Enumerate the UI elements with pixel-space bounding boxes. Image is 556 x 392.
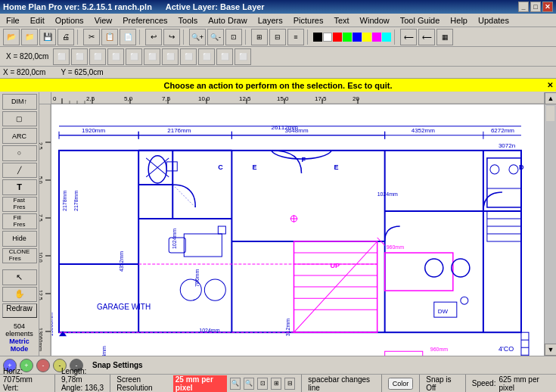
tb2-btn8[interactable]: ⬜ (180, 48, 197, 65)
snap-icon2[interactable]: ⊟ (284, 378, 295, 390)
status-bar: Horiz: 7075mm Vert: 6750mm Length: 9,78m… (0, 374, 556, 392)
tb-new[interactable]: 📂 (3, 29, 20, 45)
svg-text:E: E (334, 163, 339, 171)
svg-text:6272mm: 6272mm (491, 127, 514, 134)
redraw-button[interactable]: Redraw (2, 303, 37, 318)
menu-layers[interactable]: Layers (253, 15, 287, 26)
scroll-track[interactable] (545, 104, 556, 344)
status-close-button[interactable]: ✕ (547, 81, 553, 89)
tb-open[interactable]: 📁 (21, 29, 38, 45)
svg-text:2178mm: 2178mm (62, 191, 67, 211)
snap-icon[interactable]: ⊞ (271, 378, 281, 390)
svg-text:F: F (302, 156, 306, 163)
line-tool[interactable]: ╱ (2, 163, 37, 179)
menu-view[interactable]: View (90, 15, 117, 26)
floor-plan-svg: 1920mm 2176mm 3648mm 4352mm (51, 104, 544, 356)
elements-count: 504 elements Metric Mode (2, 321, 37, 354)
color-green[interactable] (343, 33, 352, 42)
menu-text[interactable]: Text (329, 15, 353, 26)
svg-text:10,0: 10,0 (198, 95, 210, 102)
tb-layer[interactable]: ≡ (287, 29, 304, 45)
color-blue[interactable] (353, 33, 362, 42)
menu-window[interactable]: Window (356, 15, 394, 26)
tb-redo[interactable]: ↪ (163, 29, 180, 45)
ruler-vertical: 0 2,5 5,0 7,5 10,0 12,5 13060mm (39, 104, 51, 356)
svg-text:7,5: 7,5 (39, 214, 43, 222)
tb-grid[interactable]: ⊟ (269, 29, 286, 45)
left-toolbar: DIM↑ ▢ ARC ○ ╱ T FastFres FillFres Hide … (0, 92, 39, 356)
text-tool[interactable]: T (2, 179, 37, 195)
minimize-button[interactable]: _ (518, 2, 529, 12)
arc-tool[interactable]: ARC (2, 128, 37, 144)
svg-text:12,5: 12,5 (239, 95, 251, 102)
right-scrollbar[interactable]: ▲ ▼ (544, 92, 556, 356)
speed-section: Speed: 625 mm per pixel (472, 375, 553, 392)
tb2-btn9[interactable]: ⬜ (198, 48, 215, 65)
tb-print[interactable]: 🖨 (57, 29, 74, 45)
menu-toolguide[interactable]: Tool Guide (396, 15, 445, 26)
tb-zoom-fit[interactable]: ⊡ (225, 29, 242, 45)
hide-tool[interactable]: Hide (2, 231, 37, 247)
zoom-mag3[interactable]: ⊡ (257, 378, 268, 390)
tb-extra2[interactable]: ▦ (436, 29, 453, 45)
svg-text:0: 0 (53, 95, 57, 102)
color-yellow[interactable] (362, 33, 371, 42)
tb2-btn2[interactable]: ⬜ (71, 48, 88, 65)
pointer-tool[interactable]: ↖ (2, 269, 37, 285)
separator3 (183, 30, 186, 45)
tb-snap[interactable]: ⊞ (251, 29, 268, 45)
color-magenta[interactable] (372, 33, 381, 42)
menu-help[interactable]: Help (446, 15, 472, 26)
tb2-btn1[interactable]: ⬜ (53, 48, 70, 65)
menu-edit[interactable]: Edit (26, 15, 49, 26)
menu-pictures[interactable]: Pictures (289, 15, 328, 26)
svg-text:5,0: 5,0 (124, 95, 133, 102)
close-button[interactable]: ✕ (542, 2, 553, 12)
zoom-mag1[interactable]: 🔍 (230, 378, 241, 390)
fill-tool[interactable]: FillFres (2, 213, 37, 229)
tb-undo[interactable]: ↩ (145, 29, 162, 45)
hand-tool[interactable]: ✋ (2, 287, 37, 303)
tb-save[interactable]: 💾 (39, 29, 56, 45)
resolution-value[interactable]: 25 mm per pixel (173, 375, 227, 392)
separator5 (307, 30, 310, 45)
select-tool[interactable]: ▢ (2, 111, 37, 127)
tb-cut[interactable]: ✂ (83, 29, 100, 45)
tb2-btn11[interactable]: ⬜ (235, 48, 251, 65)
color-cyan[interactable] (382, 33, 391, 42)
dim-tool[interactable]: DIM↑ (2, 94, 37, 110)
scroll-up-arrow[interactable]: ▲ (545, 92, 556, 104)
menu-autodraw[interactable]: Auto Draw (203, 15, 251, 26)
tb-undo2[interactable]: ⟵ (400, 29, 417, 45)
clone-tool[interactable]: CLONEFres (2, 248, 37, 264)
tb-paste[interactable]: 📄 (120, 29, 136, 45)
scroll-down-arrow[interactable]: ▼ (545, 344, 556, 356)
color-white[interactable] (323, 33, 332, 42)
tb2-btn5[interactable]: ⬜ (126, 48, 142, 65)
svg-text:13060mm: 13060mm (51, 313, 54, 336)
tb2-btn7[interactable]: ⬜ (162, 48, 179, 65)
tb-copy[interactable]: 📋 (101, 29, 118, 45)
menu-updates[interactable]: Updates (474, 15, 514, 26)
menu-tools[interactable]: Tools (174, 15, 203, 26)
fast-tool[interactable]: FastFres (2, 197, 37, 213)
tb-zoom-out[interactable]: 🔍- (207, 29, 224, 45)
tb-extra1[interactable]: ⟵ (418, 29, 435, 45)
tb2-btn6[interactable]: ⬜ (144, 48, 160, 65)
color-button[interactable]: Color (388, 378, 414, 390)
tb2-btn3[interactable]: ⬜ (89, 48, 106, 65)
menu-options[interactable]: Options (51, 15, 89, 26)
color-red[interactable] (333, 33, 342, 42)
tb-zoom-in[interactable]: 🔍+ (189, 29, 206, 45)
svg-text:GARAGE WITH: GARAGE WITH (97, 303, 151, 311)
menu-preferences[interactable]: Preferences (118, 15, 172, 26)
tb2-btn4[interactable]: ⬜ (107, 48, 124, 65)
scroll-thumb[interactable] (546, 106, 554, 121)
circle-tool[interactable]: ○ (2, 145, 37, 161)
maximize-button[interactable]: □ (530, 2, 541, 12)
floor-plan-canvas[interactable]: 1920mm 2176mm 3648mm 4352mm (51, 104, 544, 356)
menu-file[interactable]: File (2, 15, 24, 26)
color-black[interactable] (313, 33, 322, 42)
tb2-btn10[interactable]: ⬜ (216, 48, 233, 65)
zoom-mag2[interactable]: 🔍 (244, 378, 254, 390)
